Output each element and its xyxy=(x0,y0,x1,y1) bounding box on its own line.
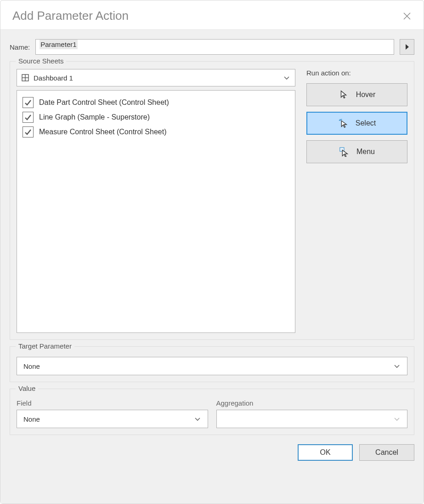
chevron-down-icon xyxy=(194,415,201,423)
sheet-item[interactable]: Line Graph (Sample - Superstore) xyxy=(21,110,291,125)
add-parameter-action-dialog: Add Parameter Action Name: Parameter1 So… xyxy=(0,0,424,504)
field-dropdown[interactable]: None xyxy=(17,410,208,428)
dialog-title: Add Parameter Action xyxy=(12,9,129,23)
chevron-down-icon xyxy=(393,415,401,423)
value-fieldset: Value Field None Aggregation xyxy=(10,389,414,435)
name-menu-button[interactable] xyxy=(400,39,414,55)
cursor-select-icon xyxy=(338,118,348,128)
check-icon xyxy=(24,128,32,136)
target-parameter-value: None xyxy=(23,362,40,370)
sheet-list[interactable]: Date Part Control Sheet (Control Sheet) … xyxy=(17,90,295,333)
source-sheets-legend: Source Sheets xyxy=(16,57,66,65)
run-action-label: Run action on: xyxy=(306,69,407,77)
cursor-hover-icon xyxy=(339,90,349,100)
aggregation-dropdown[interactable] xyxy=(216,410,408,428)
check-icon xyxy=(24,99,32,106)
dialog-footer: OK Cancel xyxy=(10,444,414,461)
run-select-button[interactable]: Select xyxy=(306,112,407,135)
sheet-item[interactable]: Measure Control Sheet (Control Sheet) xyxy=(21,125,291,139)
checkbox[interactable] xyxy=(23,126,34,137)
checkbox[interactable] xyxy=(23,112,34,123)
check-icon xyxy=(24,114,32,121)
sheet-label: Line Graph (Sample - Superstore) xyxy=(39,113,150,121)
name-label: Name: xyxy=(10,43,30,51)
sheet-label: Date Part Control Sheet (Control Sheet) xyxy=(39,98,169,107)
chevron-down-icon xyxy=(393,362,401,370)
value-legend: Value xyxy=(16,384,38,392)
target-parameter-legend: Target Parameter xyxy=(16,342,74,350)
svg-line-7 xyxy=(341,119,342,120)
field-label: Field xyxy=(17,399,208,407)
sheet-label: Measure Control Sheet (Control Sheet) xyxy=(39,128,166,136)
checkbox[interactable] xyxy=(23,97,34,108)
ok-button[interactable]: OK xyxy=(298,444,353,461)
aggregation-label: Aggregation xyxy=(216,399,408,407)
dialog-body: Name: Parameter1 Source Sheets xyxy=(0,29,424,504)
dashboard-icon xyxy=(22,74,29,81)
titlebar: Add Parameter Action xyxy=(0,0,424,29)
name-input[interactable]: Parameter1 xyxy=(35,39,394,55)
close-icon[interactable] xyxy=(402,11,412,21)
cursor-menu-icon xyxy=(339,147,349,157)
run-select-label: Select xyxy=(356,119,376,127)
run-menu-button[interactable]: Menu xyxy=(306,140,407,163)
triangle-right-icon xyxy=(406,44,409,50)
source-sheets-fieldset: Source Sheets Dashboard 1 xyxy=(10,61,414,340)
name-value: Parameter1 xyxy=(40,40,77,49)
name-row: Name: Parameter1 xyxy=(10,39,414,55)
cancel-button[interactable]: Cancel xyxy=(359,444,414,461)
target-parameter-dropdown[interactable]: None xyxy=(17,357,407,375)
run-hover-label: Hover xyxy=(356,91,376,99)
dashboard-value: Dashboard 1 xyxy=(34,74,73,82)
run-menu-label: Menu xyxy=(356,148,375,156)
chevron-down-icon xyxy=(283,74,290,81)
run-hover-button[interactable]: Hover xyxy=(306,83,407,106)
target-parameter-fieldset: Target Parameter None xyxy=(10,346,414,382)
sheet-item[interactable]: Date Part Control Sheet (Control Sheet) xyxy=(21,95,291,110)
field-value: None xyxy=(23,415,40,423)
dashboard-dropdown[interactable]: Dashboard 1 xyxy=(17,69,295,86)
